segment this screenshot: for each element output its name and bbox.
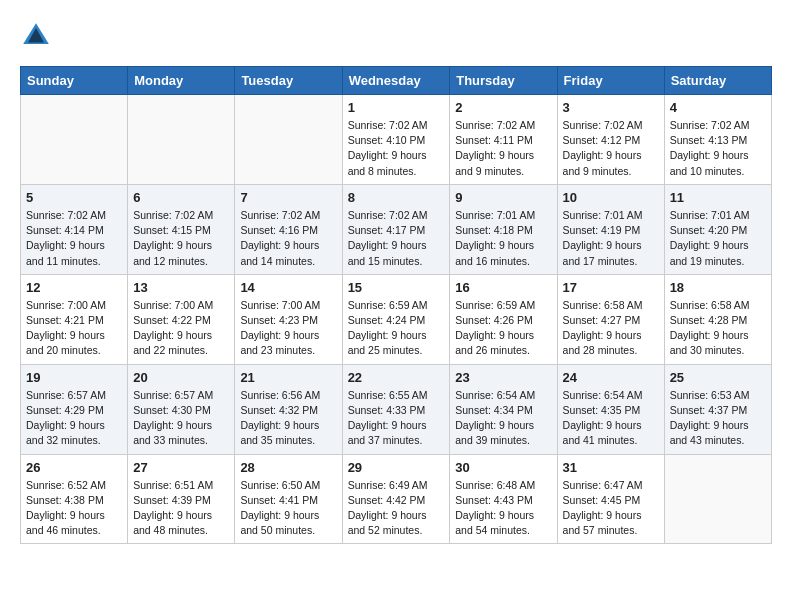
day-info: Sunrise: 7:02 AM Sunset: 4:11 PM Dayligh…: [455, 118, 551, 179]
day-info: Sunrise: 7:02 AM Sunset: 4:14 PM Dayligh…: [26, 208, 122, 269]
day-number: 28: [240, 460, 336, 475]
day-info: Sunrise: 6:54 AM Sunset: 4:34 PM Dayligh…: [455, 388, 551, 449]
calendar-cell: 19Sunrise: 6:57 AM Sunset: 4:29 PM Dayli…: [21, 364, 128, 454]
day-info: Sunrise: 7:00 AM Sunset: 4:23 PM Dayligh…: [240, 298, 336, 359]
day-number: 12: [26, 280, 122, 295]
week-row-3: 12Sunrise: 7:00 AM Sunset: 4:21 PM Dayli…: [21, 274, 772, 364]
day-number: 9: [455, 190, 551, 205]
day-info: Sunrise: 7:01 AM Sunset: 4:18 PM Dayligh…: [455, 208, 551, 269]
calendar-cell: 21Sunrise: 6:56 AM Sunset: 4:32 PM Dayli…: [235, 364, 342, 454]
calendar-cell: 11Sunrise: 7:01 AM Sunset: 4:20 PM Dayli…: [664, 184, 771, 274]
day-number: 22: [348, 370, 445, 385]
day-number: 5: [26, 190, 122, 205]
weekday-header-sunday: Sunday: [21, 67, 128, 95]
weekday-header-tuesday: Tuesday: [235, 67, 342, 95]
weekday-header-row: SundayMondayTuesdayWednesdayThursdayFrid…: [21, 67, 772, 95]
calendar-cell: 1Sunrise: 7:02 AM Sunset: 4:10 PM Daylig…: [342, 95, 450, 185]
calendar-cell: 25Sunrise: 6:53 AM Sunset: 4:37 PM Dayli…: [664, 364, 771, 454]
calendar-cell: 20Sunrise: 6:57 AM Sunset: 4:30 PM Dayli…: [128, 364, 235, 454]
day-number: 1: [348, 100, 445, 115]
weekday-header-thursday: Thursday: [450, 67, 557, 95]
header: [20, 20, 772, 52]
calendar-cell: 4Sunrise: 7:02 AM Sunset: 4:13 PM Daylig…: [664, 95, 771, 185]
calendar-cell: 5Sunrise: 7:02 AM Sunset: 4:14 PM Daylig…: [21, 184, 128, 274]
day-number: 10: [563, 190, 659, 205]
day-number: 11: [670, 190, 766, 205]
calendar-table: SundayMondayTuesdayWednesdayThursdayFrid…: [20, 66, 772, 544]
calendar-cell: [664, 454, 771, 544]
calendar-cell: [128, 95, 235, 185]
day-number: 3: [563, 100, 659, 115]
calendar-cell: 12Sunrise: 7:00 AM Sunset: 4:21 PM Dayli…: [21, 274, 128, 364]
logo-icon: [20, 20, 52, 52]
logo: [20, 20, 56, 52]
calendar-cell: 30Sunrise: 6:48 AM Sunset: 4:43 PM Dayli…: [450, 454, 557, 544]
page: SundayMondayTuesdayWednesdayThursdayFrid…: [0, 0, 792, 564]
day-number: 16: [455, 280, 551, 295]
calendar-cell: 3Sunrise: 7:02 AM Sunset: 4:12 PM Daylig…: [557, 95, 664, 185]
day-info: Sunrise: 6:50 AM Sunset: 4:41 PM Dayligh…: [240, 478, 336, 539]
day-info: Sunrise: 7:00 AM Sunset: 4:21 PM Dayligh…: [26, 298, 122, 359]
week-row-4: 19Sunrise: 6:57 AM Sunset: 4:29 PM Dayli…: [21, 364, 772, 454]
calendar-cell: 31Sunrise: 6:47 AM Sunset: 4:45 PM Dayli…: [557, 454, 664, 544]
day-info: Sunrise: 6:59 AM Sunset: 4:26 PM Dayligh…: [455, 298, 551, 359]
week-row-2: 5Sunrise: 7:02 AM Sunset: 4:14 PM Daylig…: [21, 184, 772, 274]
day-info: Sunrise: 7:02 AM Sunset: 4:13 PM Dayligh…: [670, 118, 766, 179]
day-number: 15: [348, 280, 445, 295]
day-info: Sunrise: 7:02 AM Sunset: 4:17 PM Dayligh…: [348, 208, 445, 269]
calendar-cell: [21, 95, 128, 185]
calendar-cell: 6Sunrise: 7:02 AM Sunset: 4:15 PM Daylig…: [128, 184, 235, 274]
day-number: 31: [563, 460, 659, 475]
day-info: Sunrise: 6:47 AM Sunset: 4:45 PM Dayligh…: [563, 478, 659, 539]
day-number: 17: [563, 280, 659, 295]
day-info: Sunrise: 7:02 AM Sunset: 4:16 PM Dayligh…: [240, 208, 336, 269]
calendar-cell: 27Sunrise: 6:51 AM Sunset: 4:39 PM Dayli…: [128, 454, 235, 544]
calendar-cell: 2Sunrise: 7:02 AM Sunset: 4:11 PM Daylig…: [450, 95, 557, 185]
day-number: 8: [348, 190, 445, 205]
day-number: 30: [455, 460, 551, 475]
day-number: 18: [670, 280, 766, 295]
day-number: 2: [455, 100, 551, 115]
day-info: Sunrise: 6:56 AM Sunset: 4:32 PM Dayligh…: [240, 388, 336, 449]
calendar-cell: 10Sunrise: 7:01 AM Sunset: 4:19 PM Dayli…: [557, 184, 664, 274]
day-info: Sunrise: 7:02 AM Sunset: 4:10 PM Dayligh…: [348, 118, 445, 179]
day-number: 14: [240, 280, 336, 295]
calendar-cell: 13Sunrise: 7:00 AM Sunset: 4:22 PM Dayli…: [128, 274, 235, 364]
day-number: 4: [670, 100, 766, 115]
day-info: Sunrise: 7:00 AM Sunset: 4:22 PM Dayligh…: [133, 298, 229, 359]
calendar-cell: 22Sunrise: 6:55 AM Sunset: 4:33 PM Dayli…: [342, 364, 450, 454]
weekday-header-friday: Friday: [557, 67, 664, 95]
calendar-cell: [235, 95, 342, 185]
week-row-5: 26Sunrise: 6:52 AM Sunset: 4:38 PM Dayli…: [21, 454, 772, 544]
day-info: Sunrise: 6:54 AM Sunset: 4:35 PM Dayligh…: [563, 388, 659, 449]
week-row-1: 1Sunrise: 7:02 AM Sunset: 4:10 PM Daylig…: [21, 95, 772, 185]
calendar-cell: 9Sunrise: 7:01 AM Sunset: 4:18 PM Daylig…: [450, 184, 557, 274]
calendar-cell: 15Sunrise: 6:59 AM Sunset: 4:24 PM Dayli…: [342, 274, 450, 364]
day-info: Sunrise: 6:51 AM Sunset: 4:39 PM Dayligh…: [133, 478, 229, 539]
calendar-cell: 16Sunrise: 6:59 AM Sunset: 4:26 PM Dayli…: [450, 274, 557, 364]
day-number: 13: [133, 280, 229, 295]
day-info: Sunrise: 6:55 AM Sunset: 4:33 PM Dayligh…: [348, 388, 445, 449]
day-number: 25: [670, 370, 766, 385]
weekday-header-saturday: Saturday: [664, 67, 771, 95]
day-info: Sunrise: 6:48 AM Sunset: 4:43 PM Dayligh…: [455, 478, 551, 539]
day-info: Sunrise: 6:49 AM Sunset: 4:42 PM Dayligh…: [348, 478, 445, 539]
calendar-cell: 8Sunrise: 7:02 AM Sunset: 4:17 PM Daylig…: [342, 184, 450, 274]
day-number: 21: [240, 370, 336, 385]
weekday-header-monday: Monday: [128, 67, 235, 95]
day-number: 7: [240, 190, 336, 205]
calendar-cell: 29Sunrise: 6:49 AM Sunset: 4:42 PM Dayli…: [342, 454, 450, 544]
day-info: Sunrise: 6:52 AM Sunset: 4:38 PM Dayligh…: [26, 478, 122, 539]
calendar-cell: 26Sunrise: 6:52 AM Sunset: 4:38 PM Dayli…: [21, 454, 128, 544]
day-number: 6: [133, 190, 229, 205]
weekday-header-wednesday: Wednesday: [342, 67, 450, 95]
day-number: 19: [26, 370, 122, 385]
day-info: Sunrise: 7:01 AM Sunset: 4:19 PM Dayligh…: [563, 208, 659, 269]
day-info: Sunrise: 7:02 AM Sunset: 4:12 PM Dayligh…: [563, 118, 659, 179]
day-info: Sunrise: 6:53 AM Sunset: 4:37 PM Dayligh…: [670, 388, 766, 449]
day-number: 27: [133, 460, 229, 475]
day-number: 23: [455, 370, 551, 385]
day-number: 20: [133, 370, 229, 385]
calendar-cell: 18Sunrise: 6:58 AM Sunset: 4:28 PM Dayli…: [664, 274, 771, 364]
day-number: 26: [26, 460, 122, 475]
